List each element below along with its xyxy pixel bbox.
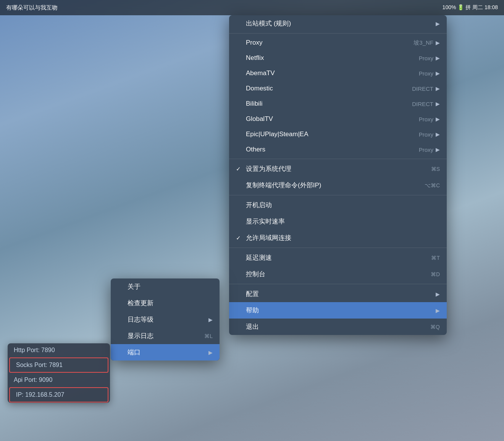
show-log-label: 显示日志 xyxy=(128,332,153,340)
domestic-arrow: ▶ xyxy=(436,85,440,92)
menu-item-others[interactable]: Others Proxy ▶ xyxy=(229,142,447,157)
bilibili-right: DIRECT ▶ xyxy=(412,101,440,107)
menu-item-netflix[interactable]: Netflix Proxy ▶ xyxy=(229,50,447,66)
config-right: ▶ xyxy=(436,291,440,297)
separator-5 xyxy=(229,284,447,284)
globaltv-arrow: ▶ xyxy=(436,116,440,122)
show-log-right: ⌘L xyxy=(204,333,213,339)
menu-item-about[interactable]: 关于 xyxy=(111,278,220,295)
proxy-right: 坡3_NF ▶ xyxy=(414,39,440,47)
show-log-shortcut: ⌘L xyxy=(204,333,213,339)
check-update-label: 检查更新 xyxy=(128,299,153,307)
copy-terminal-shortcut: ⌥⌘C xyxy=(425,182,440,188)
menu-item-latency[interactable]: 延迟测速 ⌘T xyxy=(229,249,447,266)
domestic-value: DIRECT xyxy=(412,85,433,92)
bilibili-arrow: ▶ xyxy=(436,101,440,107)
menu-item-config[interactable]: 配置 ▶ xyxy=(229,286,447,302)
menu-item-globaltv[interactable]: GlobalTV Proxy ▶ xyxy=(229,111,447,127)
menu-item-quit[interactable]: 退出 ⌘Q xyxy=(229,319,447,335)
menu-item-bilibili[interactable]: Bilibili DIRECT ▶ xyxy=(229,96,447,111)
log-level-right: ▶ xyxy=(208,317,213,323)
abematv-right: Proxy ▶ xyxy=(419,70,440,77)
proxy-arrow: ▶ xyxy=(436,40,440,46)
menu-item-domestic[interactable]: Domestic DIRECT ▶ xyxy=(229,81,447,96)
about-label: 关于 xyxy=(128,282,141,291)
menu-item-outbound-mode[interactable]: 出站模式 (规则) ▶ xyxy=(229,15,447,32)
separator-2 xyxy=(229,159,447,159)
menu-item-allow-lan[interactable]: ✓ 允许局域网连接 xyxy=(229,230,447,246)
menu-item-system-proxy[interactable]: ✓ 设置为系统代理 ⌘S xyxy=(229,161,447,177)
port-info-box: Http Port: 7890 Socks Port: 7891 Api Por… xyxy=(8,343,110,403)
menubar-right: 100% 🔋 拼 周二 18:08 xyxy=(443,4,498,11)
log-level-arrow: ▶ xyxy=(208,317,213,323)
menu-item-help[interactable]: 帮助 ▶ xyxy=(229,302,447,319)
console-label: 控制台 xyxy=(246,270,265,278)
domestic-right: DIRECT ▶ xyxy=(412,85,440,92)
quit-right: ⌘Q xyxy=(430,324,440,330)
menu-item-check-update[interactable]: 检查更新 xyxy=(111,295,220,311)
menu-item-port[interactable]: 端口 ▶ xyxy=(111,344,220,361)
api-port-row: Api Port: 9090 xyxy=(8,373,110,387)
config-arrow: ▶ xyxy=(436,291,440,297)
netflix-arrow: ▶ xyxy=(436,55,440,61)
separator-4 xyxy=(229,248,447,248)
others-label: Others xyxy=(246,146,265,153)
quit-label: 退出 xyxy=(246,322,259,331)
help-label: 帮助 xyxy=(246,306,259,315)
proxy-value: 坡3_NF xyxy=(414,39,433,47)
menu-item-proxy[interactable]: Proxy 坡3_NF ▶ xyxy=(229,35,447,50)
latency-right: ⌘T xyxy=(431,255,440,261)
menu-item-abematv[interactable]: AbemaTV Proxy ▶ xyxy=(229,66,447,81)
abematv-label: AbemaTV xyxy=(246,69,275,77)
others-value: Proxy xyxy=(419,146,433,153)
menu-item-console[interactable]: 控制台 ⌘D xyxy=(229,266,447,282)
http-port-label: Http Port: 7890 xyxy=(14,347,55,353)
bilibili-value: DIRECT xyxy=(412,101,433,107)
separator-1 xyxy=(229,33,447,34)
netflix-right: Proxy ▶ xyxy=(419,55,440,61)
ip-row: IP: 192.168.5.207 xyxy=(10,388,108,402)
menu-item-autostart[interactable]: 开机启动 xyxy=(229,197,447,213)
api-port-label: Api Port: 9090 xyxy=(14,377,52,383)
autostart-label: 开机启动 xyxy=(246,201,272,209)
menu-item-epic[interactable]: Epic|UPlay|Steam|EA Proxy ▶ xyxy=(229,127,447,142)
log-level-label: 日志等级 xyxy=(128,315,153,324)
latency-label: 延迟测速 xyxy=(246,253,272,262)
menu-item-show-speed[interactable]: 显示实时速率 xyxy=(229,213,447,230)
show-speed-label: 显示实时速率 xyxy=(246,217,285,226)
menu-item-log-level[interactable]: 日志等级 ▶ xyxy=(111,311,220,328)
menubar-left: 有哪朵可以与我互吻 xyxy=(6,4,58,11)
help-arrow: ▶ xyxy=(436,307,440,314)
bilibili-label: Bilibili xyxy=(246,100,262,108)
menubar: 有哪朵可以与我互吻 100% 🔋 拼 周二 18:08 xyxy=(0,0,504,15)
port-label: 端口 xyxy=(128,348,141,357)
quit-shortcut: ⌘Q xyxy=(430,324,440,330)
netflix-label: Netflix xyxy=(246,54,264,62)
outbound-mode-label: 出站模式 (规则) xyxy=(246,19,291,28)
help-right: ▶ xyxy=(436,307,440,314)
epic-right: Proxy ▶ xyxy=(419,131,440,138)
checkmark-allow-lan: ✓ xyxy=(236,235,243,241)
abematv-arrow: ▶ xyxy=(436,70,440,76)
epic-arrow: ▶ xyxy=(436,131,440,137)
outbound-mode-right: ▶ xyxy=(436,21,440,27)
globaltv-value: Proxy xyxy=(419,116,433,122)
system-proxy-label: 设置为系统代理 xyxy=(246,164,291,173)
system-proxy-shortcut: ⌘S xyxy=(431,166,440,172)
ip-label: IP: 192.168.5.207 xyxy=(16,391,64,398)
system-proxy-right: ⌘S xyxy=(431,166,440,172)
secondary-dropdown-menu: 关于 检查更新 日志等级 ▶ 显示日志 ⌘L 端口 xyxy=(111,278,220,361)
copy-terminal-right: ⌥⌘C xyxy=(425,182,440,188)
allow-lan-label: 允许局域网连接 xyxy=(246,233,291,242)
globaltv-label: GlobalTV xyxy=(246,115,273,123)
others-arrow: ▶ xyxy=(436,146,440,153)
epic-label: Epic|UPlay|Steam|EA xyxy=(246,130,308,138)
proxy-label: Proxy xyxy=(246,39,262,47)
menu-item-show-log[interactable]: 显示日志 ⌘L xyxy=(111,328,220,344)
menu-item-copy-terminal[interactable]: 复制终端代理命令(外部IP) ⌥⌘C xyxy=(229,177,447,193)
separator-3 xyxy=(229,195,447,195)
arrow-icon: ▶ xyxy=(436,21,440,27)
checkmark-system-proxy: ✓ xyxy=(236,166,243,172)
app-name: 有哪朵可以与我互吻 xyxy=(6,4,58,11)
http-port-row: Http Port: 7890 xyxy=(8,343,110,357)
